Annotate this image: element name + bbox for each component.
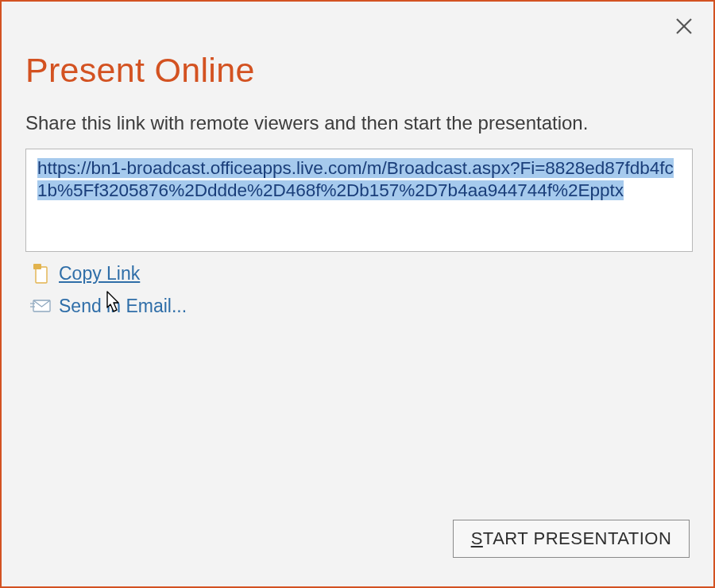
dialog-title: Present Online bbox=[25, 51, 690, 90]
send-email-row[interactable]: Send in Email... bbox=[25, 296, 690, 317]
start-presentation-label: START PRESENTATION bbox=[471, 528, 672, 549]
copy-link-label: Copy Link bbox=[59, 263, 140, 284]
link-actions: Copy Link Send in Email... bbox=[25, 263, 690, 317]
clipboard-icon bbox=[30, 264, 51, 284]
email-icon bbox=[30, 296, 51, 317]
svg-rect-3 bbox=[33, 264, 41, 269]
share-link-input[interactable]: https://bn1-broadcast.officeapps.live.co… bbox=[25, 149, 693, 252]
start-presentation-button[interactable]: START PRESENTATION bbox=[453, 520, 690, 558]
share-link-text: https://bn1-broadcast.officeapps.live.co… bbox=[37, 158, 674, 200]
copy-link-row[interactable]: Copy Link bbox=[25, 263, 690, 284]
present-online-dialog: Present Online Share this link with remo… bbox=[0, 0, 715, 588]
dialog-subtitle: Share this link with remote viewers and … bbox=[25, 112, 690, 134]
dialog-content: Present Online Share this link with remo… bbox=[2, 2, 713, 317]
close-icon bbox=[675, 17, 693, 35]
send-email-label: Send in Email... bbox=[59, 296, 187, 317]
close-button[interactable] bbox=[671, 13, 698, 40]
